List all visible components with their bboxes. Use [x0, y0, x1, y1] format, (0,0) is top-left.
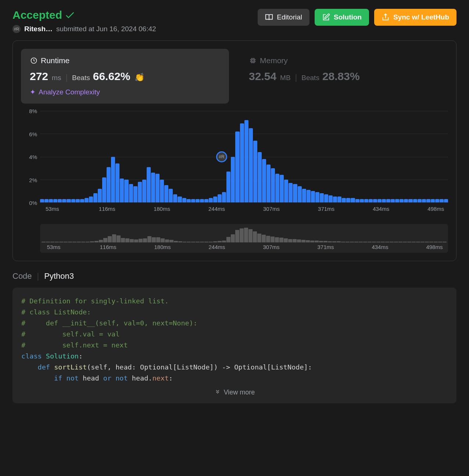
histogram-bar[interactable]	[320, 193, 324, 202]
histogram-bar[interactable]	[244, 120, 248, 202]
histogram-bar[interactable]	[204, 199, 208, 202]
histogram-bar[interactable]	[196, 199, 200, 202]
histogram-bar[interactable]	[342, 198, 346, 202]
histogram-bar[interactable]	[40, 199, 44, 202]
histogram-bar[interactable]	[418, 199, 422, 202]
histogram-bar[interactable]	[147, 167, 151, 202]
histogram-bar[interactable]	[58, 199, 62, 202]
runtime-card[interactable]: Runtime 272 ms | Beats 66.62% 👏 ✦ Analyz…	[21, 49, 229, 104]
view-more-button[interactable]: View more	[21, 384, 448, 398]
histogram-bar[interactable]	[226, 172, 230, 202]
histogram-bar[interactable]	[351, 198, 355, 202]
histogram-bar[interactable]	[329, 195, 333, 202]
histogram-bar[interactable]	[298, 186, 302, 202]
histogram-bar[interactable]	[302, 189, 306, 202]
mini-chart[interactable]: 53ms116ms180ms244ms307ms371ms434ms498ms	[40, 224, 448, 253]
histogram-bar[interactable]	[200, 199, 204, 202]
histogram-bar[interactable]	[142, 180, 146, 202]
histogram-bar[interactable]	[289, 183, 293, 202]
histogram-bar[interactable]	[231, 157, 235, 203]
histogram-bar[interactable]	[218, 194, 222, 202]
histogram-bar[interactable]	[307, 190, 311, 202]
histogram-bar[interactable]	[360, 199, 364, 202]
memory-card[interactable]: Memory 32.54 MB | Beats 28.83%	[240, 49, 448, 104]
histogram-bar[interactable]	[182, 198, 186, 202]
histogram-bar[interactable]	[67, 199, 71, 202]
solution-button[interactable]: Solution	[315, 9, 369, 26]
histogram-bar[interactable]	[262, 159, 266, 202]
histogram-bar[interactable]	[235, 131, 239, 202]
histogram-bar[interactable]	[266, 165, 271, 202]
histogram-bar[interactable]	[324, 194, 328, 202]
histogram-bar[interactable]	[115, 163, 119, 202]
histogram-bar[interactable]	[311, 191, 315, 202]
histogram-bar[interactable]	[369, 199, 373, 202]
histogram-bar[interactable]	[444, 199, 448, 202]
histogram-bar[interactable]	[382, 199, 386, 202]
histogram-bar[interactable]	[129, 184, 133, 202]
histogram-bar[interactable]	[164, 185, 168, 202]
histogram-bar[interactable]	[133, 186, 137, 202]
histogram-bar[interactable]	[275, 174, 279, 202]
histogram-bar[interactable]	[102, 177, 106, 202]
histogram-bar[interactable]	[80, 199, 84, 202]
histogram-bar[interactable]	[111, 157, 115, 203]
histogram-bar[interactable]	[53, 199, 57, 202]
histogram-bar[interactable]	[373, 199, 377, 202]
histogram-bar[interactable]	[422, 199, 426, 202]
histogram-bar[interactable]	[386, 199, 390, 202]
histogram-bar[interactable]	[280, 175, 284, 202]
histogram-bar[interactable]	[187, 199, 191, 202]
histogram-bar[interactable]	[155, 174, 160, 202]
histogram-bar[interactable]	[120, 178, 124, 202]
histogram-bar[interactable]	[213, 196, 217, 202]
sync-button[interactable]: Sync w/ LeetHub	[374, 9, 457, 26]
histogram-bar[interactable]	[85, 198, 89, 202]
histogram-bar[interactable]	[160, 180, 164, 202]
histogram-bar[interactable]	[333, 196, 337, 202]
histogram-bar[interactable]	[284, 180, 288, 202]
histogram-bar[interactable]	[178, 196, 182, 202]
histogram-bar[interactable]	[93, 193, 97, 202]
histogram-bar[interactable]	[355, 199, 359, 202]
histogram-bar[interactable]	[44, 199, 49, 202]
histogram-bar[interactable]	[49, 199, 53, 202]
histogram-bar[interactable]	[258, 152, 262, 202]
histogram-bar[interactable]	[315, 192, 319, 202]
histogram-bar[interactable]	[62, 199, 66, 202]
histogram-bar[interactable]	[124, 180, 128, 202]
histogram-bar[interactable]	[404, 199, 408, 202]
histogram-bar[interactable]	[253, 141, 257, 202]
histogram-bar[interactable]	[271, 168, 275, 202]
histogram-bar[interactable]	[240, 123, 244, 202]
histogram-bar[interactable]	[337, 196, 341, 202]
analyze-complexity-link[interactable]: ✦ Analyze Complexity	[30, 88, 220, 96]
histogram-bar[interactable]	[435, 199, 439, 202]
histogram-bar[interactable]	[391, 199, 395, 202]
editorial-button[interactable]: Editorial	[258, 9, 309, 26]
histogram-bar[interactable]	[408, 199, 412, 202]
histogram-bar[interactable]	[426, 199, 430, 202]
histogram-bar[interactable]	[71, 199, 75, 202]
histogram-bar[interactable]	[138, 182, 142, 202]
histogram-bar[interactable]	[431, 199, 435, 202]
histogram-bar[interactable]	[413, 199, 417, 202]
histogram-bar[interactable]	[151, 173, 155, 202]
histogram-bar[interactable]	[440, 199, 444, 202]
histogram-bar[interactable]	[222, 192, 226, 202]
histogram-bar[interactable]	[89, 196, 93, 202]
histogram-bar[interactable]	[395, 199, 399, 202]
histogram-bar[interactable]	[293, 184, 297, 202]
histogram-bar[interactable]	[364, 199, 368, 202]
histogram-bar[interactable]	[107, 167, 111, 202]
histogram-bar[interactable]	[173, 194, 177, 202]
histogram-bar[interactable]	[191, 199, 195, 202]
histogram-bar[interactable]	[377, 199, 382, 202]
histogram-bar[interactable]	[98, 189, 102, 202]
histogram-bar[interactable]	[400, 199, 404, 202]
histogram-bar[interactable]	[249, 128, 253, 202]
histogram-bar[interactable]	[209, 198, 213, 202]
histogram-bar[interactable]	[169, 189, 173, 202]
histogram-bar[interactable]	[76, 199, 80, 202]
histogram-bar[interactable]	[346, 198, 350, 202]
